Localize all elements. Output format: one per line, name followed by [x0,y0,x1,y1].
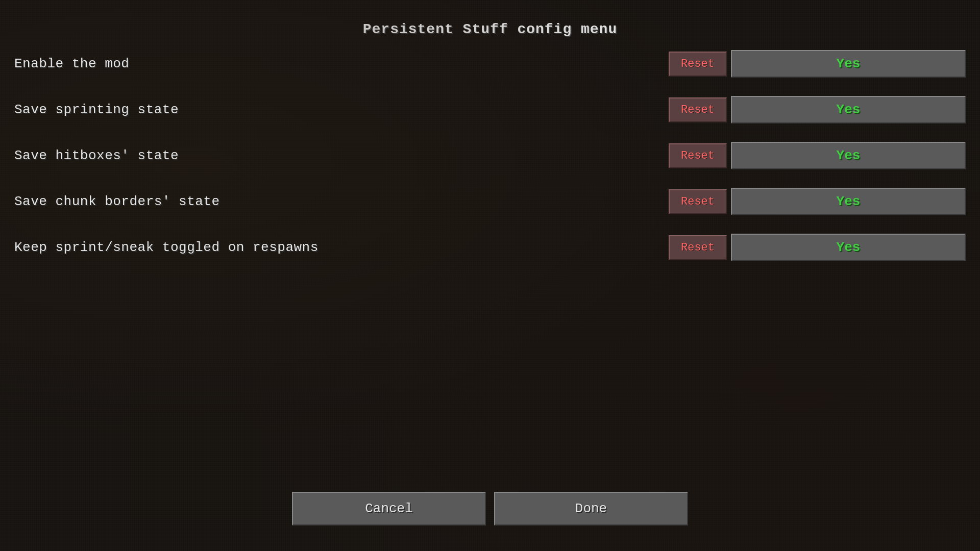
value-button-save-chunk-borders[interactable]: Yes [731,188,966,215]
setting-controls-keep-sprint-sneak: ResetYes [669,234,966,261]
setting-controls-save-hitboxes: ResetYes [669,142,966,169]
setting-row-save-chunk-borders: Save chunk borders' stateResetYes [14,179,966,224]
setting-label-save-chunk-borders: Save chunk borders' state [14,194,220,209]
value-button-enable-mod[interactable]: Yes [731,50,966,78]
settings-container: Enable the modResetYesSave sprinting sta… [0,41,980,270]
setting-row-keep-sprint-sneak: Keep sprint/sneak toggled on respawnsRes… [14,224,966,270]
cancel-button[interactable]: Cancel [292,492,486,525]
setting-row-save-hitboxes: Save hitboxes' stateResetYes [14,133,966,179]
reset-button-keep-sprint-sneak[interactable]: Reset [669,235,727,260]
value-button-save-sprinting[interactable]: Yes [731,96,966,123]
setting-row-save-sprinting: Save sprinting stateResetYes [14,87,966,133]
setting-controls-save-chunk-borders: ResetYes [669,188,966,215]
setting-label-save-hitboxes: Save hitboxes' state [14,148,179,163]
done-button[interactable]: Done [494,492,688,525]
value-button-keep-sprint-sneak[interactable]: Yes [731,234,966,261]
setting-label-keep-sprint-sneak: Keep sprint/sneak toggled on respawns [14,240,318,255]
bottom-buttons: Cancel Done [0,492,980,525]
reset-button-enable-mod[interactable]: Reset [669,52,727,77]
reset-button-save-hitboxes[interactable]: Reset [669,143,727,168]
setting-controls-enable-mod: ResetYes [669,50,966,78]
setting-row-enable-mod: Enable the modResetYes [14,41,966,87]
setting-label-enable-mod: Enable the mod [14,56,129,71]
setting-label-save-sprinting: Save sprinting state [14,102,179,117]
setting-controls-save-sprinting: ResetYes [669,96,966,123]
reset-button-save-sprinting[interactable]: Reset [669,97,727,122]
value-button-save-hitboxes[interactable]: Yes [731,142,966,169]
reset-button-save-chunk-borders[interactable]: Reset [669,189,727,214]
